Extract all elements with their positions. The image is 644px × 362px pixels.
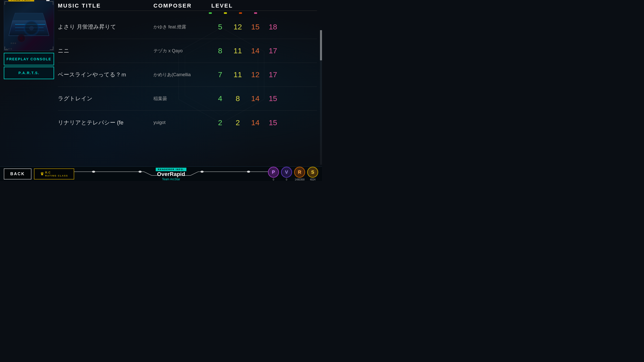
column-headers: MUSIC TITLE COMPOSER LEVEL [58,3,317,11]
free-play-badge: FREE PLAY [8,0,34,2]
renderer-name: OverRapid [156,171,186,177]
center-connector: RENDERER INFO. OverRapid Team ArcStar [74,167,268,181]
level-easy: 4 [211,94,229,103]
left-buttons: FREEPLAY CONSOLE P.A.R.T.S. [4,53,55,79]
album-art [4,1,54,51]
parts-button[interactable]: P.A.R.T.S. [4,67,54,79]
music-list: よさり 月蛍澄み昇りて かゆき feat.燈露 5 12 15 18 ニニ テヅ… [58,15,317,134]
level-normal: 8 [229,94,247,103]
song-levels: 7 11 12 17 [211,70,317,79]
song-composer: かゆき feat.燈露 [153,24,211,30]
svg-point-19 [139,171,142,173]
rating-class-text: R.CRATING CLASS [45,171,68,177]
freeplay-console-button[interactable]: FREEPLAY CONSOLE [4,53,54,65]
scrollbar[interactable] [320,30,322,165]
level-expert: 17 [264,70,282,79]
table-row[interactable]: よさり 月蛍澄み昇りて かゆき feat.燈露 5 12 15 18 [58,15,317,39]
level-normal: 2 [229,118,247,127]
badge-r: R 1480368 [294,167,305,181]
badge-v: V 0 [281,167,292,181]
table-row[interactable]: ラグトレイン 稲葉曇 4 8 14 15 [58,87,317,111]
renderer-info: RENDERER INFO. OverRapid Team ArcStar [156,167,186,181]
badge-p-score: 0 [273,178,274,181]
svg-point-23 [247,171,250,173]
level-easy: 7 [211,70,229,79]
music-title-header: MUSIC TITLE [58,3,153,9]
svg-point-24 [200,171,204,173]
renderer-team: Team ArcStar [156,177,186,181]
svg-point-14 [15,43,16,44]
renderer-info-label: RENDERER INFO. [156,168,186,171]
song-composer: テヅカ x Qayo [153,48,211,54]
badge-s-icon: S [307,167,318,178]
song-title: ラグトレイン [58,95,153,102]
svg-line-16 [144,172,152,175]
svg-point-12 [11,43,12,44]
corner-dots: ⬜ [35,0,50,1]
badge-r-score: 1480368 [295,178,305,181]
level-hard-dot [239,12,242,14]
level-normal: 11 [229,47,247,55]
table-row[interactable]: ニニ テヅカ x Qayo 8 11 14 17 [58,39,317,63]
song-levels: 4 8 14 15 [211,94,317,103]
badge-s: S 4024 [307,167,318,181]
level-expert: 17 [264,47,282,55]
level-hard: 14 [247,47,264,55]
level-normal: 12 [229,23,247,31]
song-composer: 稲葉曇 [153,96,211,102]
song-title: ベースラインやってる？ｍ [58,71,153,78]
level-color-indicators [58,12,317,14]
level-header: LEVEL [211,3,317,9]
level-easy: 8 [211,47,229,55]
level-expert: 15 [264,94,282,103]
composer-header: COMPOSER [153,3,211,9]
level-normal: 11 [229,70,247,79]
svg-line-21 [190,172,198,175]
badge-s-score: 4024 [310,178,315,181]
level-expert: 15 [264,118,282,127]
level-hard: 12 [247,70,264,79]
level-normal-dot [224,12,227,14]
level-expert-dot [254,12,257,14]
level-easy: 5 [211,23,229,31]
scrollbar-thumb[interactable] [320,30,322,60]
rating-class-sublabel: RATING CLASS [45,174,68,177]
score-badges: P 0 V 0 R 1480368 S 4024 [268,167,318,181]
badge-v-icon: V [281,167,292,178]
level-hard: 15 [247,23,264,31]
bottom-bar: BACK ♛ R.CRATING CLASS RENDERER INFO. Ov… [0,166,322,181]
song-levels: 5 12 15 18 [211,23,317,31]
back-button[interactable]: BACK [4,168,31,179]
badge-r-icon: R [294,167,305,178]
level-expert: 18 [264,23,282,31]
level-hard: 14 [247,118,264,127]
badge-v-score: 0 [286,178,287,181]
svg-point-18 [92,171,95,173]
badge-p-icon: P [268,167,279,178]
song-levels: 8 11 14 17 [211,47,317,55]
svg-point-8 [29,26,33,30]
svg-point-11 [20,37,23,39]
song-levels: 2 2 14 15 [211,118,317,127]
level-easy: 2 [211,118,229,127]
badge-p: P 0 [268,167,279,181]
song-title: リナリアとテレパシー (fe [58,119,153,126]
table-row[interactable]: リナリアとテレパシー (fe yuigot 2 2 14 15 [58,111,317,134]
rating-crown-icon: ♛ [40,171,44,176]
table-row[interactable]: ベースラインやってる？ｍ かめりあ(Camellia 7 11 12 17 [58,63,317,87]
song-composer: かめりあ(Camellia [153,72,211,78]
level-easy-dot [209,12,212,14]
music-list-panel: MUSIC TITLE COMPOSER LEVEL よさり 月蛍澄み昇りて か… [58,3,317,166]
song-composer: yuigot [153,120,211,125]
song-title: よさり 月蛍澄み昇りて [58,23,153,31]
song-title: ニニ [58,47,153,55]
left-panel: FREE PLAY ⬜ [4,3,55,79]
svg-point-13 [13,43,14,44]
level-hard: 14 [247,94,264,103]
rating-class-button[interactable]: ♛ R.CRATING CLASS [34,168,74,179]
svg-marker-3 [13,13,45,21]
